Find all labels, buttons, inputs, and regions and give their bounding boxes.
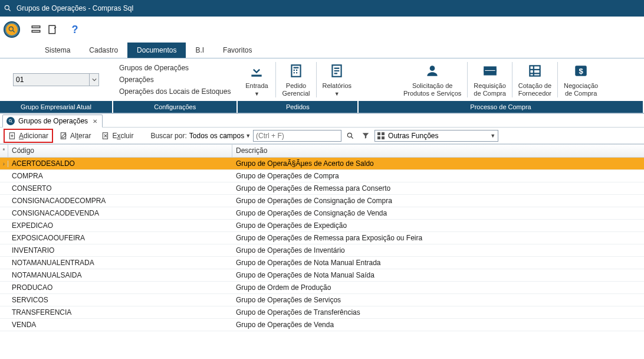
edit-button[interactable]: Alterar <box>55 129 95 142</box>
svg-rect-10 <box>484 70 496 71</box>
menu-tabs: Sistema Cadastro Documentos B.I Favorito… <box>0 43 644 58</box>
doc-tab-icon <box>6 117 15 125</box>
ribbon-pedidos-calc[interactable]: PedidoGerencial <box>276 58 316 101</box>
cell-codigo: EXPOSICAOOUFEIRA <box>8 234 232 242</box>
doc-tab-grupos[interactable]: Grupos de Operações ✕ <box>2 115 103 128</box>
ribbon-processo-money[interactable]: $Negociaçãode Compra <box>558 58 604 101</box>
menu-bi[interactable]: B.I <box>186 43 213 58</box>
money-icon: $ <box>573 63 589 79</box>
cell-codigo: PRODUCAO <box>8 283 232 292</box>
grid-gutter-head[interactable]: * <box>0 145 8 157</box>
chevron-down-icon: ▼ <box>490 133 495 139</box>
col-descricao[interactable]: Descrição <box>232 145 644 157</box>
table-row[interactable]: CONSIGNACAODEVENDAGrupo de Operações de … <box>0 207 644 220</box>
cell-codigo: CONSERTO <box>8 184 232 192</box>
ribbon-processo-spread[interactable]: Cotação deFornecedor <box>512 58 557 101</box>
search-scope-combo[interactable]: Todos os campos ▼ <box>189 132 251 140</box>
link-operacoes-locais[interactable]: Operações dos Locais de Estoques <box>119 86 231 97</box>
card-icon <box>482 63 498 79</box>
cell-descricao: Grupo de Operações de Inventário <box>232 246 644 254</box>
delete-icon <box>101 132 110 140</box>
grid-toolbar: Adicionar Alterar Excluir Buscar por: To… <box>0 128 644 144</box>
add-button[interactable]: Adicionar <box>4 129 53 143</box>
svg-text:$: $ <box>579 67 583 76</box>
svg-rect-19 <box>377 132 380 135</box>
ribbon-button-label: PedidoGerencial <box>282 82 310 97</box>
cell-codigo: CONSIGNACAODEVENDA <box>8 209 232 217</box>
svg-rect-21 <box>377 136 380 139</box>
svg-point-14 <box>9 119 11 122</box>
menu-documentos[interactable]: Documentos <box>127 43 186 58</box>
cell-descricao: Grupo de Operações de Remessa para Conse… <box>232 184 644 192</box>
svg-rect-20 <box>382 132 385 135</box>
search-input[interactable] <box>253 130 341 142</box>
calc-icon <box>288 63 304 79</box>
menu-favoritos[interactable]: Favoritos <box>213 43 261 58</box>
ribbon-button-label: Relatórios <box>323 82 352 90</box>
ribbon-pedidos-download[interactable]: Entrada▼ <box>238 58 275 101</box>
cell-descricao: Grupo de Operações de Venda <box>232 321 644 329</box>
table-row[interactable]: NOTAMANUALSAIDAGrupo de Operações de Not… <box>0 269 644 282</box>
table-row[interactable]: SERVICOSGrupo de Operações de Serviços <box>0 294 644 306</box>
table-row[interactable]: INVENTARIOGrupo de Operações de Inventár… <box>0 244 644 257</box>
cell-codigo: CONSIGNACAODECOMPRA <box>8 197 232 205</box>
cell-codigo: ACERTODESALDO <box>8 159 232 168</box>
grupo-atual-input[interactable] <box>13 73 90 86</box>
table-row[interactable]: CONSERTOGrupo de Operações de Remessa pa… <box>0 182 644 195</box>
col-codigo[interactable]: Código <box>8 145 232 157</box>
ribbon-button-label: Solicitação deProdutos e Serviços <box>403 82 461 97</box>
chevron-down-icon: ▼ <box>334 91 340 97</box>
table-row[interactable]: COMPRAGrupo de Operações de Compra <box>0 170 644 182</box>
edit-icon <box>60 132 68 140</box>
svg-rect-4 <box>49 25 55 34</box>
ribbon-processo-title: Processo de Compra <box>359 101 643 113</box>
ribbon-button-label: Cotação deFornecedor <box>518 82 551 97</box>
table-row[interactable]: NOTAMANUALENTRADAGrupo de Operações de N… <box>0 257 644 269</box>
svg-point-18 <box>347 133 351 137</box>
link-operacoes[interactable]: Operações <box>119 74 231 86</box>
delete-button[interactable]: Excluir <box>97 129 137 142</box>
grid-icon <box>377 132 385 139</box>
note-icon[interactable] <box>47 24 58 35</box>
search-button[interactable] <box>344 129 357 142</box>
table-row[interactable]: PRODUCAOGrupo de Ordem de Produção <box>0 282 644 294</box>
cell-descricao: Grupo de Operações de Expedição <box>232 221 644 230</box>
layout-icon[interactable] <box>31 24 41 35</box>
table-row[interactable]: EXPOSICAOOUFEIRAGrupo de Operações de Re… <box>0 232 644 244</box>
link-grupos-operacoes[interactable]: Grupos de Operações <box>119 62 231 74</box>
help-icon[interactable]: ? <box>70 24 80 35</box>
cell-codigo: EXPEDICAO <box>8 221 232 230</box>
cell-descricao: Grupo de Operações de Transferências <box>232 308 644 316</box>
filter-button[interactable] <box>359 129 372 142</box>
table-row[interactable]: TRANSFERENCIAGrupo de Operações de Trans… <box>0 306 644 319</box>
cell-codigo: SERVICOS <box>8 296 232 304</box>
cell-descricao: Grupo de Operações de Consignação de Com… <box>232 197 644 205</box>
ribbon-button-label: Negociaçãode Compra <box>564 82 598 97</box>
cell-codigo: INVENTARIO <box>8 246 232 254</box>
table-row[interactable]: EXPEDICAOGrupo de Operações de Expedição <box>0 220 644 232</box>
ribbon-processo-card[interactable]: Requisiçãode Compra <box>468 58 511 101</box>
app-logo[interactable] <box>4 21 20 38</box>
person-icon <box>425 63 440 79</box>
other-functions-combo[interactable]: Outras Funções ▼ <box>374 130 498 142</box>
ribbon-processo-person[interactable]: Solicitação deProdutos e Serviços <box>397 58 467 101</box>
table-row[interactable]: ›ACERTODESALDOGrupo de OperaÃ§Ãµes de Ac… <box>0 158 644 170</box>
ribbon-pedidos-title: Pedidos <box>238 101 357 113</box>
cell-codigo: NOTAMANUALENTRADA <box>8 259 232 267</box>
menu-cadastro[interactable]: Cadastro <box>80 43 127 58</box>
download-icon <box>249 63 264 79</box>
doc-tab-strip: Grupos de Operações ✕ <box>0 113 644 128</box>
grupo-atual-dropdown[interactable] <box>90 73 99 86</box>
svg-rect-2 <box>32 26 40 28</box>
search-label: Buscar por: <box>150 132 186 140</box>
cell-descricao: Grupo de Operações de Nota Manual Saída <box>232 271 644 279</box>
ribbon-button-label: Requisiçãode Compra <box>474 82 505 97</box>
ribbon-processo: Solicitação deProdutos e ServiçosRequisi… <box>359 58 644 113</box>
menu-sistema[interactable]: Sistema <box>35 43 80 58</box>
ribbon-button-label: Entrada <box>245 82 268 90</box>
table-row[interactable]: CONSIGNACAODECOMPRAGrupo de Operações de… <box>0 195 644 207</box>
doc-tab-close-icon[interactable]: ✕ <box>91 118 98 125</box>
cell-descricao: Grupo de Operações de Nota Manual Entrad… <box>232 259 644 267</box>
ribbon-pedidos-doc[interactable]: Relatórios▼ <box>317 58 358 101</box>
table-row[interactable]: VENDAGrupo de Operações de Venda <box>0 319 644 331</box>
